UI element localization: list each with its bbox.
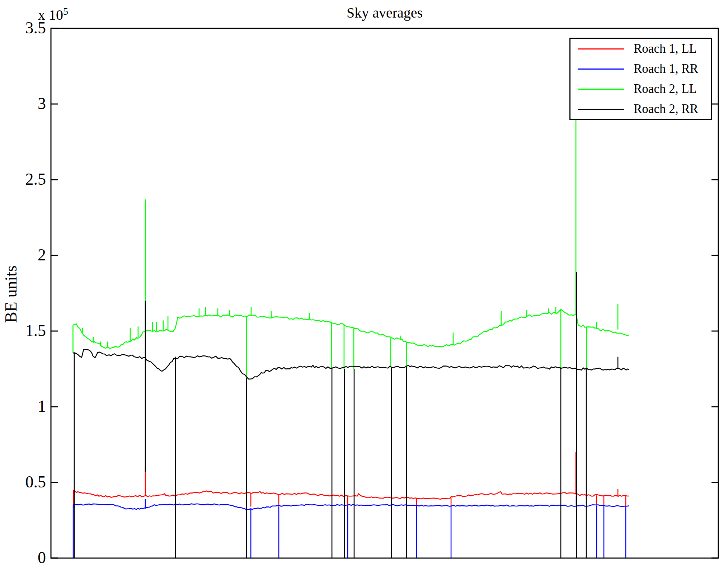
y-tick-label: 0.5	[0, 472, 46, 491]
y-tick-label: 2.5	[0, 170, 46, 189]
y-tick-label: 2	[0, 245, 46, 264]
legend-item: Roach 1, RR	[570, 59, 711, 79]
series-line-roach-1-ll	[73, 452, 629, 508]
y-tick-label: 1	[0, 397, 46, 416]
legend-item: Roach 1, LL	[570, 39, 711, 59]
series-line-roach-1-rr	[73, 496, 629, 558]
y-tick-label: 0	[0, 548, 46, 567]
y-tick-label: 3	[0, 94, 46, 113]
series-line-roach-2-ll	[73, 115, 629, 378]
y-exponent-power: 5	[63, 6, 68, 17]
legend-line-swatch	[578, 109, 624, 110]
chart-title: Sky averages	[51, 4, 718, 21]
legend-item: Roach 2, RR	[570, 99, 711, 119]
legend-label: Roach 1, RR	[634, 62, 698, 76]
legend-line-swatch	[578, 48, 624, 49]
legend-label: Roach 2, LL	[634, 82, 697, 96]
y-tick-label: 1.5	[0, 321, 46, 340]
legend-label: Roach 1, LL	[634, 42, 697, 56]
series-line-roach-2-rr	[73, 272, 629, 558]
legend-line-swatch	[578, 89, 624, 90]
legend-item: Roach 2, LL	[570, 79, 711, 99]
legend: Roach 1, LLRoach 1, RRRoach 2, LLRoach 2…	[569, 38, 712, 120]
figure-window: Sky averages x 105 BE units 00.511.522.5…	[0, 0, 728, 571]
legend-label: Roach 2, RR	[634, 102, 698, 116]
legend-line-swatch	[578, 69, 624, 70]
y-axis-label: BE units	[1, 265, 20, 323]
y-tick-label: 3.5	[0, 18, 46, 37]
